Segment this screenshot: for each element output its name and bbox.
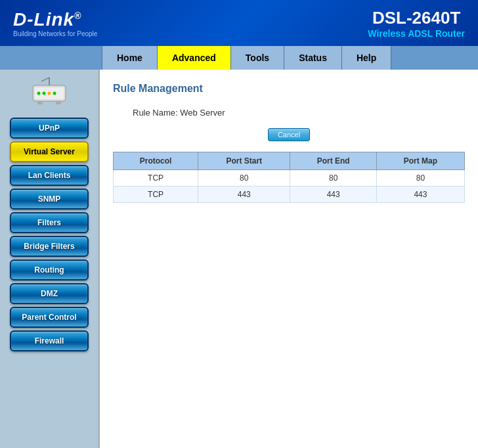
cell-port_end-1: 443: [290, 187, 377, 203]
sidebar-btn-lan-clients[interactable]: Lan Clients: [10, 165, 89, 186]
svg-point-5: [43, 92, 46, 95]
sidebar-btn-dmz[interactable]: DMZ: [10, 283, 89, 304]
logo-area: D-Link® Building Networks for People: [13, 9, 97, 37]
sidebar-btn-routing[interactable]: Routing: [10, 259, 89, 280]
svg-rect-9: [56, 101, 61, 104]
nav-advanced[interactable]: Advanced: [158, 46, 231, 70]
sidebar-btn-filters[interactable]: Filters: [10, 212, 89, 233]
main-layout: UPnP Virtual Server Lan Clients SNMP Fil…: [0, 70, 478, 448]
nav-home[interactable]: Home: [102, 46, 158, 70]
svg-line-1: [41, 78, 49, 81]
cell-port_map-0: 80: [376, 170, 464, 187]
content-area: Rule Management Rule Name: Web Server Ca…: [98, 70, 478, 448]
rule-name-value: Web Server: [180, 108, 225, 118]
table-header-row: Protocol Port Start Port End Port Map: [114, 152, 465, 170]
nav-tools[interactable]: Tools: [231, 46, 284, 70]
sidebar-btn-snmp[interactable]: SNMP: [10, 189, 89, 210]
table-row: TCP443443443: [114, 187, 465, 203]
page-title: Rule Management: [113, 83, 465, 95]
cell-port_end-0: 80: [290, 170, 377, 187]
sidebar: UPnP Virtual Server Lan Clients SNMP Fil…: [0, 70, 98, 448]
header: D-Link® Building Networks for People DSL…: [0, 0, 478, 46]
col-protocol: Protocol: [114, 152, 198, 170]
cell-port_start-1: 443: [198, 187, 290, 203]
svg-rect-8: [37, 101, 43, 104]
rule-table: Protocol Port Start Port End Port Map TC…: [113, 152, 465, 203]
dlink-logo: D-Link®: [13, 9, 97, 30]
svg-point-4: [37, 92, 41, 95]
svg-point-7: [53, 92, 56, 95]
col-port-map: Port Map: [376, 152, 464, 170]
cell-port_start-0: 80: [198, 170, 290, 187]
navbar: Home Advanced Tools Status Help: [0, 46, 478, 70]
product-subtitle: Wireless ADSL Router: [368, 28, 465, 39]
col-port-start: Port Start: [198, 152, 290, 170]
cell-port_map-1: 443: [376, 187, 464, 203]
cell-protocol-1: TCP: [114, 187, 198, 203]
sidebar-btn-parent-control[interactable]: Parent Control: [10, 307, 89, 328]
logo-tagline: Building Networks for People: [13, 30, 97, 37]
rule-name-label-text: Rule Name:: [133, 108, 178, 118]
cancel-area: Cancel: [113, 128, 465, 141]
product-name: DSL-2640T: [368, 8, 465, 28]
sidebar-btn-bridge-filters[interactable]: Bridge Filters: [10, 236, 89, 257]
rule-name-row: Rule Name: Web Server: [133, 108, 465, 118]
svg-point-6: [48, 92, 51, 95]
sidebar-btn-virtual-server[interactable]: Virtual Server: [10, 141, 89, 162]
product-info: DSL-2640T Wireless ADSL Router: [368, 8, 465, 39]
table-row: TCP808080: [114, 170, 465, 187]
sidebar-btn-firewall[interactable]: Firewall: [10, 330, 89, 351]
col-port-end: Port End: [290, 152, 377, 170]
router-icon: [30, 76, 69, 111]
nav-help[interactable]: Help: [342, 46, 391, 70]
cell-protocol-0: TCP: [114, 170, 198, 187]
sidebar-btn-upnp[interactable]: UPnP: [10, 118, 89, 139]
cancel-button[interactable]: Cancel: [268, 128, 310, 141]
nav-status[interactable]: Status: [284, 46, 342, 70]
